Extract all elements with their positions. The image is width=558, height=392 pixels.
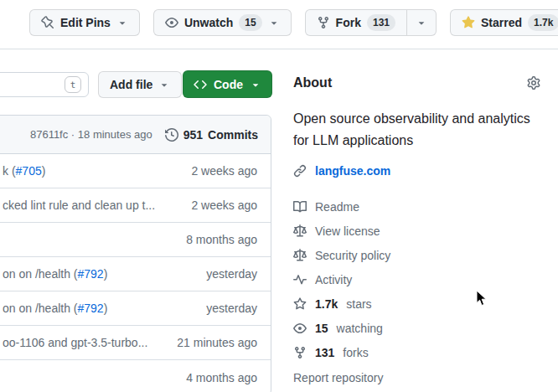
commit-message[interactable]: on on /health (#792) (3, 267, 199, 281)
report-repository-link[interactable]: Report repository (293, 371, 546, 384)
about-link-forks[interactable]: 131 forks (293, 340, 546, 364)
fork-icon (317, 16, 330, 29)
about-link-activity[interactable]: Activity (293, 267, 546, 291)
website-row: langfuse.com (293, 164, 546, 178)
eye-icon (165, 16, 178, 29)
go-to-file-input[interactable]: t (0, 72, 89, 97)
link-label: View license (315, 224, 380, 238)
fork-dropdown-button[interactable] (406, 9, 437, 36)
star-button-group: Starred 1.7k (450, 9, 558, 36)
table-row: on on /health (#792) yesterday (0, 257, 271, 291)
issue-link[interactable]: #792 (78, 267, 104, 281)
link-label: Activity (315, 273, 352, 286)
star-filled-icon (462, 16, 475, 29)
meta-separator: · (71, 128, 75, 141)
commit-message[interactable]: on on /health (#792) (3, 302, 199, 315)
website-link[interactable]: langfuse.com (315, 164, 390, 178)
fork-button-group: Fork 131 (305, 9, 437, 36)
law-icon (293, 249, 307, 262)
issue-link[interactable]: #792 (78, 302, 104, 315)
commit-time: 18 minutes ago (78, 128, 152, 141)
about-section: About Open source observability and anal… (293, 75, 546, 384)
unwatch-button[interactable]: Unwatch 15 (153, 9, 292, 36)
link-label: forks (343, 346, 368, 359)
about-header: About (293, 75, 546, 90)
fork-icon (293, 346, 307, 359)
about-link-watching[interactable]: 15 watching (293, 316, 546, 340)
chevron-down-icon (416, 17, 427, 28)
commits-label: Commits (208, 128, 258, 142)
keyboard-shortcut-badge: t (65, 76, 81, 93)
latest-commit-bar: 87611fc · 18 minutes ago 951 Commits (0, 116, 271, 154)
table-row: on on /health (#792) yesterday (0, 291, 271, 326)
link-icon (293, 164, 307, 178)
starred-label: Starred (481, 16, 522, 29)
commit-date: 8 months ago (186, 233, 257, 246)
link-label: Readme (315, 200, 359, 214)
about-link-security-policy[interactable]: Security policy (293, 243, 546, 267)
law-icon (293, 224, 307, 238)
watchers-count-badge: 15 (239, 14, 261, 31)
eye-icon (293, 322, 307, 335)
chevron-down-icon (250, 79, 261, 90)
code-label: Code (214, 78, 243, 91)
commit-message[interactable]: oo-1106 and gpt-3.5-turbo... (3, 336, 170, 349)
stars-count-badge: 1.7k (528, 14, 558, 31)
forks-count-badge: 131 (367, 14, 395, 31)
commit-hash[interactable]: 87611fc (30, 128, 68, 141)
edit-pins-label: Edit Pins (60, 16, 111, 29)
commit-history-link[interactable]: 951 Commits (165, 128, 258, 142)
stat-count: 131 (315, 346, 334, 359)
repo-action-bar: Edit Pins Unwatch 15 Fork 131 Starred 1.… (0, 0, 558, 49)
chevron-down-icon (116, 17, 128, 28)
about-link-readme[interactable]: Readme (293, 194, 546, 219)
file-table: 87611fc · 18 minutes ago 951 Commits k (… (0, 115, 271, 392)
gear-icon[interactable] (527, 76, 540, 90)
commit-date: 2 weeks ago (191, 199, 257, 212)
commits-count: 951 (183, 128, 203, 142)
stat-count: 1.7k (315, 297, 338, 311)
about-link-stars[interactable]: 1.7k stars (293, 291, 546, 316)
code-button[interactable]: Code (183, 70, 272, 98)
table-row: k (#705) 2 weeks ago (0, 154, 271, 188)
table-row: oo-1106 and gpt-3.5-turbo... 21 minutes … (0, 326, 271, 360)
table-row: 4 months ago (0, 360, 271, 392)
fork-label: Fork (336, 16, 361, 29)
file-table-body: k (#705) 2 weeks ago cked lint rule and … (0, 154, 271, 392)
add-file-label: Add file (110, 78, 152, 91)
add-file-button[interactable]: Add file (98, 71, 182, 98)
commit-date: 2 weeks ago (191, 164, 257, 178)
about-link-view-license[interactable]: View license (293, 219, 546, 243)
link-label: stars (346, 297, 371, 311)
history-icon (165, 128, 178, 142)
chevron-down-icon (268, 17, 280, 28)
commit-date: 21 minutes ago (177, 336, 257, 349)
commit-date: 4 months ago (186, 371, 257, 384)
stat-count: 15 (315, 322, 328, 335)
star-icon (293, 297, 307, 311)
fork-button[interactable]: Fork 131 (305, 9, 406, 36)
code-icon (194, 78, 207, 91)
commit-message[interactable]: cked lint rule and clean up t... (3, 199, 184, 212)
link-label: Security policy (315, 249, 390, 262)
repo-description: Open source observability and analytics … (293, 108, 546, 152)
table-row: 8 months ago (0, 223, 271, 257)
link-label: watching (337, 322, 383, 335)
issue-link[interactable]: #705 (16, 164, 42, 178)
book-icon (293, 200, 307, 214)
commit-date: yesterday (206, 302, 257, 315)
latest-commit-meta[interactable]: 87611fc · 18 minutes ago (30, 128, 152, 141)
edit-pins-button[interactable]: Edit Pins (29, 9, 140, 36)
action-buttons: Edit Pins Unwatch 15 Fork 131 Starred 1.… (29, 9, 558, 36)
starred-button[interactable]: Starred 1.7k (450, 9, 558, 36)
pin-icon (41, 16, 54, 29)
about-title: About (293, 75, 546, 90)
commit-message[interactable]: k (#705) (3, 164, 184, 178)
unwatch-label: Unwatch (184, 16, 233, 29)
commit-date: yesterday (206, 267, 257, 281)
table-row: cked lint rule and clean up t... 2 weeks… (0, 188, 271, 223)
about-links: Readme View license Security policy Acti… (293, 194, 546, 364)
chevron-down-icon (158, 79, 170, 90)
pulse-icon (293, 273, 307, 286)
